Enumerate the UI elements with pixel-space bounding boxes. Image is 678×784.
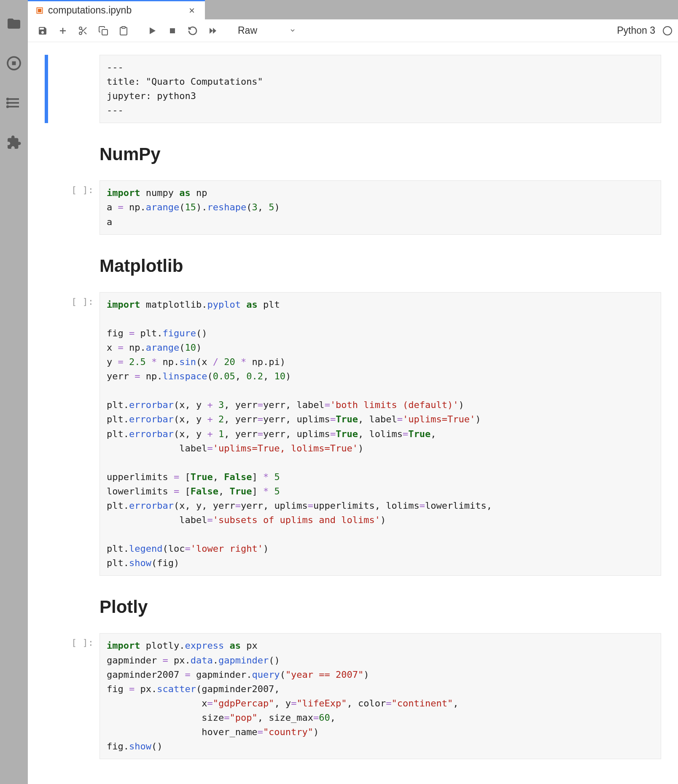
- code-numpy[interactable]: import numpy as np a = np.arange(15).res…: [100, 180, 661, 234]
- notebook-body[interactable]: --- title: "Quarto Computations" jupyter…: [28, 42, 678, 784]
- restart-icon[interactable]: [184, 22, 202, 40]
- svg-point-5: [7, 99, 8, 100]
- close-icon[interactable]: ×: [186, 5, 197, 16]
- input-prompt: [ ]:: [71, 292, 100, 307]
- paste-icon[interactable]: [115, 22, 132, 40]
- kernel-status-icon[interactable]: [663, 26, 672, 35]
- code-cell[interactable]: [ ]: import matplotlib.pyplot as plt fig…: [45, 292, 661, 576]
- code-plotly[interactable]: import plotly.express as px gapminder = …: [100, 633, 661, 759]
- svg-marker-21: [210, 28, 213, 34]
- code-cell[interactable]: [ ]: import numpy as np a = np.arange(15…: [45, 180, 661, 234]
- notebook-icon: [35, 6, 44, 15]
- file-browser-icon[interactable]: [6, 16, 22, 31]
- tab-bar: computations.ipynb ×: [28, 0, 678, 19]
- markdown-cell[interactable]: NumPy: [45, 131, 661, 173]
- tab-computations[interactable]: computations.ipynb ×: [28, 0, 205, 19]
- running-kernels-icon[interactable]: [6, 56, 22, 71]
- cell-type-value: Raw: [238, 25, 257, 36]
- svg-rect-17: [102, 30, 108, 35]
- save-icon[interactable]: [34, 22, 51, 40]
- svg-rect-9: [38, 9, 41, 12]
- kernel-name[interactable]: Python 3: [617, 25, 655, 36]
- heading-numpy: NumPy: [100, 144, 661, 164]
- markdown-cell[interactable]: Plotly: [45, 583, 661, 626]
- svg-point-12: [79, 27, 82, 30]
- markdown-cell[interactable]: Matplotlib: [45, 242, 661, 285]
- chevron-down-icon: [289, 25, 296, 36]
- toc-icon[interactable]: [6, 95, 22, 110]
- run-all-icon[interactable]: [204, 22, 222, 40]
- input-prompt: [ ]:: [71, 633, 100, 648]
- copy-icon[interactable]: [94, 22, 112, 40]
- extensions-icon[interactable]: [6, 135, 22, 150]
- input-prompt: [ ]:: [71, 180, 100, 195]
- add-cell-icon[interactable]: [54, 22, 72, 40]
- heading-plotly: Plotly: [100, 597, 661, 617]
- stop-icon[interactable]: [164, 22, 181, 40]
- cut-icon[interactable]: [74, 22, 92, 40]
- heading-matplotlib: Matplotlib: [100, 256, 661, 276]
- svg-rect-20: [170, 28, 175, 33]
- raw-cell[interactable]: --- title: "Quarto Computations" jupyter…: [45, 55, 661, 123]
- code-cell[interactable]: [ ]: import plotly.express as px gapmind…: [45, 633, 661, 759]
- code-matplotlib[interactable]: import matplotlib.pyplot as plt fig = pl…: [100, 292, 661, 576]
- notebook-toolbar: Raw Python 3: [28, 19, 678, 42]
- svg-rect-1: [12, 62, 16, 65]
- svg-point-13: [79, 32, 82, 35]
- svg-point-7: [7, 106, 8, 107]
- svg-point-6: [7, 102, 8, 104]
- svg-marker-19: [150, 27, 156, 34]
- svg-line-15: [84, 32, 86, 34]
- svg-rect-18: [122, 27, 125, 28]
- activity-bar: [0, 0, 28, 784]
- svg-line-16: [81, 29, 83, 31]
- cell-type-dropdown[interactable]: Raw: [233, 23, 300, 38]
- tab-title: computations.ipynb: [48, 5, 132, 16]
- svg-marker-22: [213, 28, 216, 34]
- run-icon[interactable]: [143, 22, 161, 40]
- raw-front-matter[interactable]: --- title: "Quarto Computations" jupyter…: [100, 55, 661, 123]
